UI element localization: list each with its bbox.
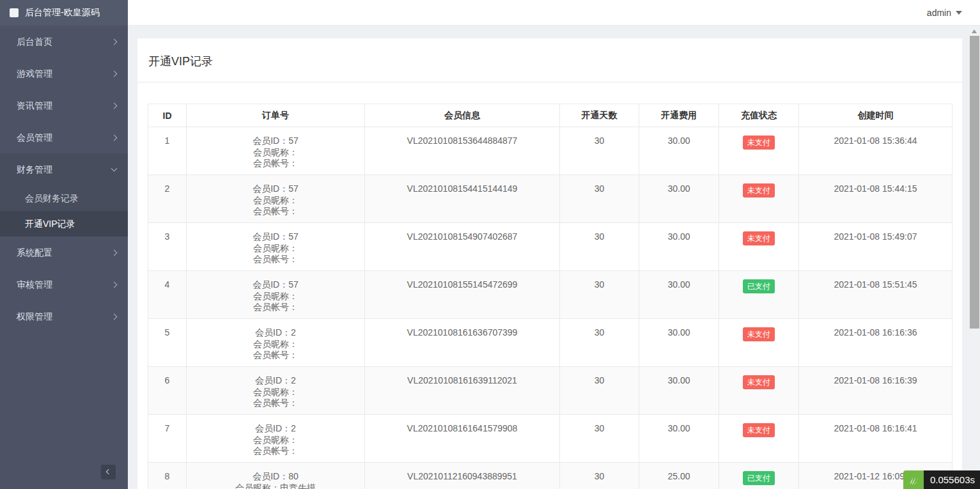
cell-created-time: 2021-01-08 16:16:41 — [799, 415, 953, 463]
sidebar-item-label: 权限管理 — [17, 311, 52, 322]
cell-days: 30 — [560, 367, 639, 415]
status-badge: 未支付 — [743, 231, 775, 245]
table-row: 6会员ID：2会员昵称：会员帐号：VL202101081616391120213… — [148, 367, 953, 415]
member-info-line: 会员ID：57 — [187, 231, 364, 243]
cell-order-no: VL20210108154415144149 — [365, 175, 560, 223]
member-info-line: 会员昵称：电竞牛摸 — [187, 483, 364, 489]
status-badge: 未支付 — [743, 327, 775, 341]
member-info-line: 会员ID：2 — [187, 327, 364, 339]
scrollbar-thumb[interactable] — [970, 36, 979, 329]
vip-records-table: ID订单号会员信息开通天数开通费用充值状态创建时间 1会员ID：57会员昵称：会… — [148, 104, 953, 489]
member-info-line: 会员昵称： — [187, 195, 364, 206]
cell-fee: 30.00 — [639, 271, 719, 319]
app-logo: 后台管理-欧皇源码 — [0, 0, 128, 26]
cell-order-member-info: 会员ID：57会员昵称：会员帐号： — [187, 127, 365, 175]
cell-created-time: 2021-01-08 15:36:44 — [799, 127, 953, 175]
chevron-right-icon — [111, 39, 118, 45]
sidebar-subitem-会员财务记录[interactable]: 会员财务记录 — [0, 185, 128, 211]
table-container: ID订单号会员信息开通天数开通费用充值状态创建时间 1会员ID：57会员昵称：会… — [137, 82, 962, 489]
member-info-line: 会员帐号： — [187, 302, 364, 313]
cell-days: 30 — [560, 463, 639, 489]
cell-status: 未支付 — [719, 127, 799, 175]
cell-fee: 30.00 — [639, 415, 719, 463]
cell-fee: 30.00 — [639, 175, 719, 223]
status-badge: 已支付 — [743, 279, 775, 293]
member-info-line: 会员帐号： — [187, 254, 364, 265]
cell-fee: 30.00 — [639, 127, 719, 175]
cell-order-member-info: 会员ID：2会员昵称：会员帐号： — [187, 319, 365, 367]
cell-order-member-info: 会员ID：57会员昵称：会员帐号： — [187, 271, 365, 319]
member-info-line: 会员帐号： — [187, 206, 364, 217]
sidebar-item-label: 游戏管理 — [17, 68, 52, 79]
table-row: 4会员ID：57会员昵称：会员帐号：VL20210108155145472699… — [148, 271, 953, 319]
sidebar-item-后台首页[interactable]: 后台首页 — [0, 26, 128, 58]
app-logo-icon — [10, 8, 19, 17]
member-info-line: 会员ID：57 — [187, 279, 364, 291]
cell-id: 2 — [148, 175, 187, 223]
cell-created-time: 2021-01-08 15:49:07 — [799, 223, 953, 271]
column-header-开通费用: 开通费用 — [639, 104, 719, 127]
column-header-充值状态: 充值状态 — [719, 104, 799, 127]
table-body: 1会员ID：57会员昵称：会员帐号：VL20210108153644884877… — [148, 127, 953, 489]
table-row: 5会员ID：2会员昵称：会员帐号：VL202101081616367073993… — [148, 319, 953, 367]
sidebar-item-审核管理[interactable]: 审核管理 — [0, 268, 128, 300]
member-info-line: 会员帐号： — [187, 398, 364, 409]
page-title: 开通VIP记录 — [137, 38, 962, 82]
member-info-line: 会员ID：80 — [187, 471, 364, 483]
cell-order-no: VL20210108161636707399 — [365, 319, 560, 367]
sidebar-item-权限管理[interactable]: 权限管理 — [0, 300, 128, 332]
content-card: 开通VIP记录 ID订单号会员信息开通天数开通费用充值状态创建时间 1会员ID：… — [137, 38, 962, 489]
member-info-line: 会员昵称： — [187, 291, 364, 302]
cell-id: 7 — [148, 415, 187, 463]
table-row: 3会员ID：57会员昵称：会员帐号：VL20210108154907402687… — [148, 223, 953, 271]
sidebar-subitem-开通VIP记录[interactable]: 开通VIP记录 — [0, 211, 128, 237]
sidebar-item-label: 后台首页 — [17, 36, 52, 47]
thinkphp-trace-icon[interactable] — [903, 470, 924, 489]
cell-order-member-info: 会员ID：2会员昵称：会员帐号： — [187, 367, 365, 415]
sidebar-item-label: 审核管理 — [17, 279, 52, 290]
column-header-开通天数: 开通天数 — [560, 104, 639, 127]
cell-fee: 30.00 — [639, 319, 719, 367]
cell-created-time: 2021-01-08 15:44:15 — [799, 175, 953, 223]
cell-days: 30 — [560, 319, 639, 367]
member-info-line: 会员ID：57 — [187, 136, 364, 147]
sidebar-item-资讯管理[interactable]: 资讯管理 — [0, 89, 128, 121]
table-row: 2会员ID：57会员昵称：会员帐号：VL20210108154415144149… — [148, 175, 953, 223]
scrollbar-up-arrow-icon[interactable] — [972, 29, 977, 33]
cell-status: 未支付 — [719, 415, 799, 463]
chevron-right-icon — [111, 282, 118, 288]
user-dropdown[interactable]: admin — [927, 0, 962, 26]
app-title: 后台管理-欧皇源码 — [25, 7, 100, 19]
sidebar-item-游戏管理[interactable]: 游戏管理 — [0, 58, 128, 89]
sidebar-item-系统配置[interactable]: 系统配置 — [0, 237, 128, 268]
sidebar-item-会员管理[interactable]: 会员管理 — [0, 121, 128, 153]
table-row: 1会员ID：57会员昵称：会员帐号：VL20210108153644884877… — [148, 127, 953, 175]
member-info-line: 会员ID：57 — [187, 183, 364, 195]
sidebar-item-label: 会员管理 — [17, 132, 52, 143]
cell-order-no: VL20210108155145472699 — [365, 271, 560, 319]
cell-status: 未支付 — [719, 223, 799, 271]
column-header-会员信息: 会员信息 — [365, 104, 560, 127]
cell-order-member-info: 会员ID：80会员昵称：电竞牛摸 — [187, 463, 365, 489]
cell-status: 未支付 — [719, 367, 799, 415]
member-info-line: 会员帐号： — [187, 350, 364, 361]
sidebar-item-label: 资讯管理 — [17, 100, 52, 111]
cell-status: 未支付 — [719, 175, 799, 223]
table-row: 7会员ID：2会员昵称：会员帐号：VL202101081616415799083… — [148, 415, 953, 463]
top-bar: 后台管理-欧皇源码 admin — [0, 0, 980, 26]
cell-order-no: VL20210112160943889951 — [365, 463, 560, 489]
sidebar-collapse-button[interactable] — [101, 465, 116, 479]
chevron-left-icon — [106, 469, 111, 474]
cell-status: 已支付 — [719, 463, 799, 489]
cell-id: 4 — [148, 271, 187, 319]
member-info-line: 会员昵称： — [187, 387, 364, 398]
trace-bar: 0.055603s — [903, 470, 980, 489]
chevron-down-icon — [111, 166, 118, 172]
sidebar-item-财务管理[interactable]: 财务管理 — [0, 153, 128, 185]
cell-days: 30 — [560, 415, 639, 463]
cell-created-time: 2021-01-08 15:51:45 — [799, 271, 953, 319]
cell-created-time: 2021-01-08 16:16:36 — [799, 319, 953, 367]
cell-id: 5 — [148, 319, 187, 367]
scrollbar[interactable] — [969, 26, 980, 489]
cell-id: 3 — [148, 223, 187, 271]
